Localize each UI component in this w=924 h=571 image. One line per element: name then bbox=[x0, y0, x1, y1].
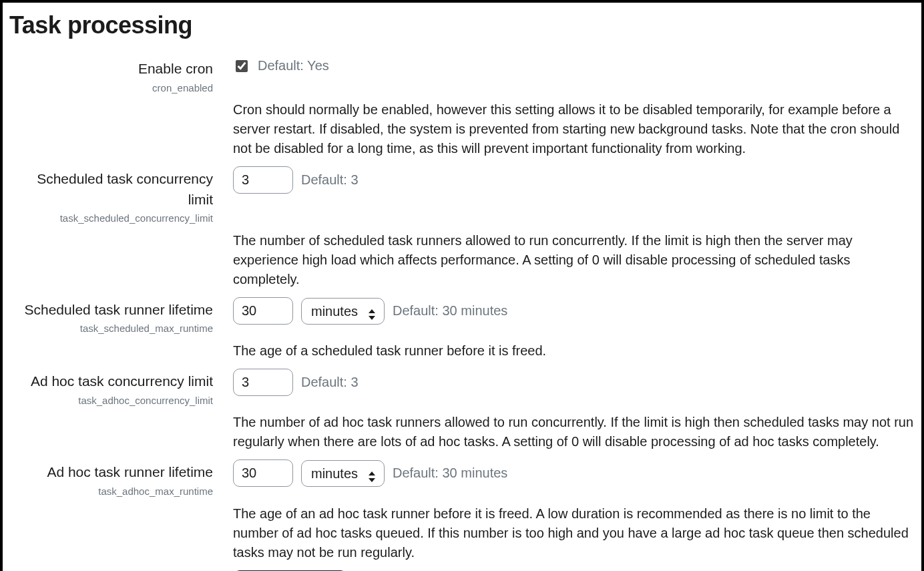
setting-description-row: The number of scheduled task runners all… bbox=[9, 231, 915, 289]
sched-life-input[interactable] bbox=[233, 297, 293, 325]
setting-value-col: Default: 3 bbox=[233, 369, 915, 396]
control-line: Default: 3 bbox=[233, 166, 915, 194]
control-line: Default: Yes bbox=[233, 56, 915, 75]
sched-life-unit-select[interactable]: minutes bbox=[301, 298, 385, 325]
setting-description: The number of ad hoc task runners allowe… bbox=[233, 413, 915, 451]
settings-form: Enable cron cron_enabled Default: Yes Cr… bbox=[9, 56, 915, 571]
setting-value-col: minutes Default: 30 minutes bbox=[233, 297, 915, 325]
setting-description-row: The age of an ad hoc task runner before … bbox=[9, 504, 915, 562]
setting-label: Scheduled task runner lifetime bbox=[9, 300, 213, 320]
setting-key: cron_enabled bbox=[9, 81, 213, 96]
control-line: Default: 3 bbox=[233, 369, 915, 396]
setting-label: Ad hoc task concurrency limit bbox=[9, 371, 213, 391]
setting-description: The number of scheduled task runners all… bbox=[233, 231, 915, 289]
setting-description-row: Cron should normally be enabled, however… bbox=[9, 100, 915, 158]
setting-key: task_adhoc_max_runtime bbox=[9, 484, 213, 499]
setting-adhoc-life: Ad hoc task runner lifetime task_adhoc_m… bbox=[9, 459, 915, 498]
setting-description: Cron should normally be enabled, however… bbox=[233, 100, 915, 158]
setting-value-col: minutes Default: 30 minutes bbox=[233, 459, 915, 487]
setting-key: task_scheduled_max_runtime bbox=[9, 321, 213, 336]
setting-label: Ad hoc task runner lifetime bbox=[9, 462, 213, 482]
setting-key: task_adhoc_concurrency_limit bbox=[9, 393, 213, 408]
setting-description-row: The age of a scheduled task runner befor… bbox=[9, 341, 915, 361]
setting-label-col: Scheduled task concurrency limit task_sc… bbox=[9, 166, 233, 226]
setting-label: Scheduled task concurrency limit bbox=[9, 169, 213, 210]
adhoc-life-unit-select[interactable]: minutes bbox=[301, 460, 385, 487]
sched-life-unit-wrap: minutes bbox=[301, 298, 385, 325]
setting-sched-life: Scheduled task runner lifetime task_sche… bbox=[9, 297, 915, 336]
setting-cron: Enable cron cron_enabled Default: Yes bbox=[9, 56, 915, 95]
default-text: Default: 30 minutes bbox=[393, 463, 507, 483]
adhoc-life-input[interactable] bbox=[233, 459, 293, 487]
cron-enabled-checkbox[interactable] bbox=[236, 60, 248, 72]
setting-description-row: The number of ad hoc task runners allowe… bbox=[9, 413, 915, 451]
adhoc-conc-input[interactable] bbox=[233, 369, 293, 396]
setting-description: The age of an ad hoc task runner before … bbox=[233, 504, 915, 562]
sched-conc-input[interactable] bbox=[233, 166, 293, 194]
adhoc-life-unit-wrap: minutes bbox=[301, 460, 385, 487]
setting-key: task_scheduled_concurrency_limit bbox=[9, 211, 213, 226]
setting-label-col: Ad hoc task concurrency limit task_adhoc… bbox=[9, 369, 233, 407]
default-text: Default: Yes bbox=[258, 56, 329, 75]
default-text: Default: 3 bbox=[301, 373, 359, 392]
setting-label-col: Scheduled task runner lifetime task_sche… bbox=[9, 297, 233, 336]
control-line: minutes Default: 30 minutes bbox=[233, 459, 915, 487]
setting-value-col: Default: 3 bbox=[233, 166, 915, 194]
setting-value-col: Default: Yes bbox=[233, 56, 915, 75]
setting-description: The age of a scheduled task runner befor… bbox=[233, 341, 915, 361]
setting-sched-conc: Scheduled task concurrency limit task_sc… bbox=[9, 166, 915, 226]
page-title: Task processing bbox=[9, 8, 915, 43]
settings-page: Task processing Enable cron cron_enabled… bbox=[0, 0, 924, 571]
setting-label: Enable cron bbox=[9, 59, 213, 79]
setting-adhoc-conc: Ad hoc task concurrency limit task_adhoc… bbox=[9, 369, 915, 407]
control-line: minutes Default: 30 minutes bbox=[233, 297, 915, 325]
setting-label-col: Enable cron cron_enabled bbox=[9, 56, 233, 95]
default-text: Default: 30 minutes bbox=[393, 301, 507, 321]
setting-label-col: Ad hoc task runner lifetime task_adhoc_m… bbox=[9, 459, 233, 498]
default-text: Default: 3 bbox=[301, 170, 359, 190]
